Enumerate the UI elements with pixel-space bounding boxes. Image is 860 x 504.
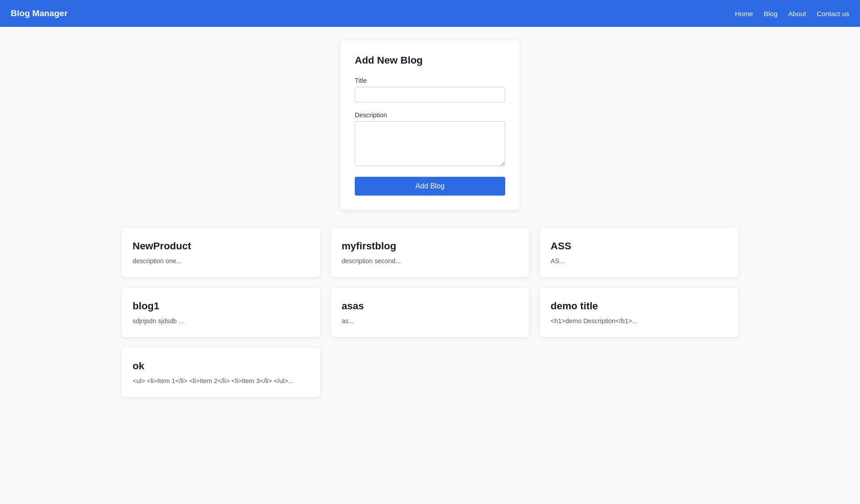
blog-card-description: <h1>demo Description</b1>...: [550, 317, 727, 325]
blog-card-title: demo title: [550, 300, 727, 312]
title-group: Title: [355, 77, 505, 103]
blog-card-description: <ul> <li>Item 1</li> <li>Item 2</li> <li…: [133, 377, 310, 384]
blog-card-description: AS...: [550, 257, 727, 265]
description-group: Description: [355, 111, 505, 168]
description-textarea[interactable]: [355, 121, 505, 166]
title-input[interactable]: [355, 87, 505, 103]
nav-link-about[interactable]: About: [788, 10, 806, 17]
blog-card-title: ASS: [550, 240, 727, 252]
blog-card[interactable]: asasas...: [331, 288, 529, 337]
blog-card[interactable]: ASSAS...: [540, 228, 738, 277]
navbar-links: Home Blog About Contact us: [735, 10, 849, 17]
blog-card-description: sdjnjsdn sjdsdb ...: [133, 317, 310, 325]
blog-card[interactable]: blog1sdjnjsdn sjdsdb ...: [122, 288, 320, 337]
blog-card-description: description one...: [133, 257, 310, 265]
blog-card-title: myfirstblog: [342, 240, 519, 252]
navbar: Blog Manager Home Blog About Contact us: [0, 0, 860, 27]
add-blog-form: Add New Blog Title Description Add Blog: [340, 40, 520, 210]
blog-card[interactable]: ok<ul> <li>Item 1</li> <li>Item 2</li> <…: [122, 348, 320, 397]
blog-card-title: asas: [342, 300, 519, 312]
navbar-brand: Blog Manager: [11, 9, 68, 18]
nav-link-contact[interactable]: Contact us: [817, 10, 849, 17]
title-label: Title: [355, 77, 505, 84]
blog-card-title: blog1: [133, 300, 310, 312]
description-label: Description: [355, 111, 505, 119]
blog-card[interactable]: demo title<h1>demo Description</b1>...: [540, 288, 738, 337]
main-content: Add New Blog Title Description Add Blog …: [0, 0, 860, 415]
blog-card-description: description second...: [342, 257, 519, 265]
blog-card-description: as...: [342, 317, 519, 325]
add-blog-button[interactable]: Add Blog: [355, 177, 505, 196]
nav-link-blog[interactable]: Blog: [764, 10, 777, 17]
blog-cards-grid: NewProductdescription one...myfirstblogd…: [108, 228, 752, 397]
blog-card[interactable]: myfirstblogdescription second...: [331, 228, 529, 277]
blog-card[interactable]: NewProductdescription one...: [122, 228, 320, 277]
form-title: Add New Blog: [355, 55, 505, 66]
blog-card-title: NewProduct: [133, 240, 310, 252]
nav-link-home[interactable]: Home: [735, 10, 753, 17]
blog-card-title: ok: [133, 360, 310, 372]
